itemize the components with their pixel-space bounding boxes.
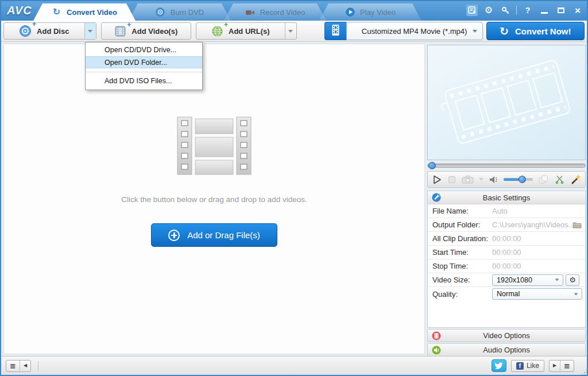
video-options-header[interactable]: Video Options [427, 329, 586, 342]
frames-copy-button[interactable] [538, 175, 549, 184]
video-options-title: Video Options [428, 331, 585, 340]
tab-convert-video[interactable]: ↻ Convert Video [33, 3, 136, 21]
basic-settings-panel: Basic Settings File Name: Auto Output Fo… [427, 191, 586, 328]
tab-burn-dvd[interactable]: Burn DVD [129, 3, 231, 21]
collapse-left-icon[interactable]: ◀ [20, 361, 30, 371]
convert-now-label: Convert Now! [515, 26, 571, 36]
minimize-button[interactable] [539, 5, 550, 16]
seek-bar[interactable] [427, 162, 586, 169]
statusbar: ≡ ◀ f Like ▶ ≡ [1, 356, 587, 375]
toolbar: + Add Disc + Add Video(s) + Add UR [1, 21, 587, 42]
menu-item-open-dvd-folder[interactable]: Open DVD Folder... [86, 56, 202, 68]
divider [38, 361, 38, 371]
tab-label: Play Video [360, 8, 396, 17]
audio-options-header[interactable]: Audio Options [427, 343, 586, 356]
tab-bar: ↻ Convert Video Burn DVD Record Video P [33, 3, 415, 21]
output-format-select[interactable]: Customized MP4 Movie (*.mp4) [346, 22, 483, 40]
tab-label: Convert Video [67, 8, 117, 17]
speaker-icon[interactable] [489, 175, 498, 184]
convert-refresh-icon: ↻ [500, 26, 509, 37]
play-button[interactable] [432, 175, 442, 185]
window-controls: ⚙ ? × [466, 5, 583, 16]
setting-row-video-size: Video Size: 1920x1080 ⚙ [428, 273, 585, 287]
disc-icon [156, 7, 165, 17]
setting-row-output-folder: Output Folder: C:\Users\yangh\Videos... [428, 218, 585, 232]
add-or-drag-files-button[interactable]: Add or Drag File(s) [151, 223, 277, 247]
twitter-button[interactable] [492, 359, 506, 372]
close-button[interactable]: × [572, 5, 583, 16]
add-disc-icon: + [19, 25, 32, 37]
setting-row-quality: Quality: Normal [428, 287, 585, 301]
svg-text:+: + [556, 181, 558, 184]
volume-thumb[interactable] [519, 176, 526, 183]
add-disc-dropdown-arrow[interactable] [84, 23, 96, 39]
twitter-bird-icon [494, 362, 503, 370]
add-videos-icon: + [114, 25, 126, 37]
app-logo: AVC [7, 4, 32, 17]
settings-empty-space [428, 301, 585, 327]
filmstrip-placeholder-icon [173, 117, 255, 177]
basic-settings-header[interactable]: Basic Settings [428, 191, 585, 204]
basic-settings-title: Basic Settings [428, 193, 585, 202]
add-disc-menu: Open CD/DVD Drive... Open DVD Folder... … [85, 42, 203, 90]
setting-row-stop-time: Stop Time: 00:00:00 [428, 259, 585, 273]
hamburger-icon[interactable]: ≡ [560, 361, 574, 371]
menu-item-add-dvd-iso-files[interactable]: Add DVD ISO Files... [86, 75, 202, 87]
feedback-icon[interactable] [466, 5, 478, 16]
playback-controls: ++ [427, 171, 586, 188]
list-view-toggle-button[interactable]: ≡ ◀ [6, 360, 31, 372]
gear-icon: ⚙ [569, 276, 576, 284]
video-size-gear-button[interactable]: ⚙ [566, 274, 579, 286]
quality-select[interactable]: Normal [492, 288, 582, 300]
setting-row-start-time: Start Time: 00:00:00 [428, 246, 585, 259]
add-urls-button[interactable]: + Add URL(s) [196, 22, 296, 40]
titlebar: AVC ↻ Convert Video Burn DVD Record Vide… [1, 1, 587, 21]
add-disc-label: Add Disc [37, 27, 69, 36]
preview-filmstrip-graphic [436, 52, 577, 154]
resize-grip[interactable] [584, 372, 585, 373]
menu-item-open-cd-dvd-drive[interactable]: Open CD/DVD Drive... [86, 44, 202, 56]
start-time-value: 00:00:00 [492, 248, 585, 257]
facebook-like-button[interactable]: f Like [511, 360, 544, 372]
film-strip-icon [331, 24, 341, 38]
stop-time-value: 00:00:00 [492, 262, 585, 270]
video-list-drop-area[interactable]: Click the button below or drag and drop … [3, 44, 425, 354]
setting-row-all-clip-duration: All Clip Duration: 00:00:00 [428, 232, 585, 246]
snapshot-dropdown-arrow[interactable] [479, 178, 483, 181]
convert-refresh-icon: ↻ [52, 7, 61, 17]
tab-record-video[interactable]: Record Video [224, 3, 326, 21]
browse-folder-icon[interactable] [572, 221, 582, 230]
effects-wand-button[interactable] [570, 175, 581, 185]
output-profile-icon-button[interactable] [324, 22, 346, 40]
register-key-icon[interactable] [500, 5, 511, 16]
tab-play-video[interactable]: Play Video [319, 3, 421, 21]
add-or-drag-files-label: Add or Drag File(s) [187, 230, 260, 240]
volume-slider[interactable] [504, 176, 533, 183]
file-name-value: Auto [492, 207, 585, 215]
clip-scissors-button[interactable]: ++ [555, 175, 564, 184]
stop-button[interactable] [447, 175, 457, 184]
audio-options-icon [432, 346, 441, 355]
convert-now-button[interactable]: ↻ Convert Now! [486, 22, 585, 40]
maximize-button[interactable] [555, 5, 567, 16]
add-videos-button[interactable]: + Add Video(s) [101, 22, 192, 40]
tab-label: Burn DVD [171, 8, 204, 17]
right-panel: ++ Basic Settings File Name: Auto [427, 45, 586, 356]
add-urls-label: Add URL(s) [229, 27, 270, 36]
help-button[interactable]: ? [522, 5, 533, 16]
snapshot-camera-button[interactable] [462, 175, 474, 184]
like-label: Like [527, 362, 539, 370]
seek-thumb[interactable] [428, 162, 436, 169]
seek-track[interactable] [427, 164, 586, 168]
all-clip-duration-value: 00:00:00 [492, 234, 585, 243]
add-disc-button[interactable]: + Add Disc [3, 22, 96, 40]
add-urls-dropdown-arrow[interactable] [285, 23, 296, 39]
expand-right-icon[interactable]: ▶ [550, 361, 560, 371]
video-size-select[interactable]: 1920x1080 [492, 274, 563, 286]
video-size-value: 1920x1080 [497, 276, 532, 284]
plus-circle-icon [168, 230, 180, 241]
show-playlist-button[interactable]: ▶ ≡ [549, 360, 574, 372]
settings-gear-icon[interactable]: ⚙ [483, 5, 494, 16]
hamburger-icon[interactable]: ≡ [6, 361, 20, 371]
menu-separator [86, 72, 202, 72]
